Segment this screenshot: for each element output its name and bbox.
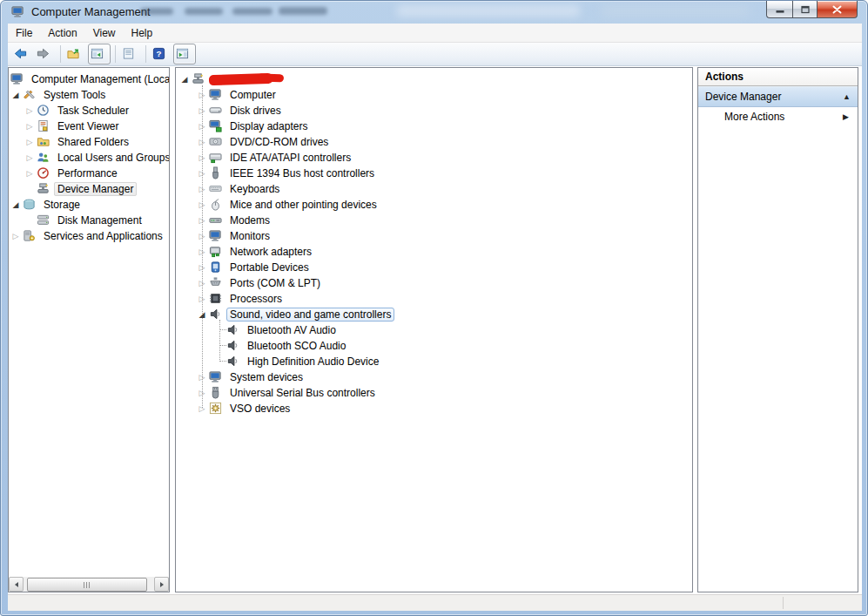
device-tree-item[interactable]: ▷Portable Devices <box>176 259 692 274</box>
console-tree-item[interactable]: ▷Local Users and Groups <box>9 149 169 165</box>
device-tree-item-label: Mice and other pointing devices <box>226 198 380 212</box>
collapse-arrow-icon[interactable]: ◢ <box>197 307 207 322</box>
device-tree-item-label: Universal Serial Bus controllers <box>226 386 379 400</box>
console-tree-item[interactable]: Device Manager <box>9 180 169 196</box>
back-button[interactable] <box>12 44 33 64</box>
menu-view[interactable]: View <box>85 25 124 41</box>
device-tree-item[interactable]: ▷Ports (COM & LPT) <box>176 274 692 290</box>
expand-arrow-icon[interactable]: ▷ <box>197 87 207 103</box>
toggle-console-tree-button[interactable] <box>88 44 111 64</box>
minimize-button[interactable] <box>766 1 792 18</box>
expand-arrow-icon[interactable]: ▷ <box>197 166 207 181</box>
expand-arrow-icon[interactable]: ▷ <box>24 134 35 150</box>
forward-button[interactable] <box>35 44 56 64</box>
expand-arrow-icon[interactable]: ▷ <box>24 103 35 118</box>
expand-arrow-icon[interactable]: ▷ <box>197 181 207 197</box>
help-button[interactable]: ? <box>151 44 172 64</box>
users-icon <box>37 151 50 165</box>
console-tree-item[interactable]: Disk Management <box>9 212 169 227</box>
menu-help[interactable]: Help <box>124 25 161 41</box>
console-tree-item[interactable]: ▷Task Scheduler <box>9 102 169 118</box>
scrollbar-thumb[interactable] <box>27 578 147 592</box>
up-folder-button[interactable] <box>65 44 86 64</box>
device-tree-item[interactable]: ▷Modems <box>176 212 692 227</box>
device-tree-item[interactable]: ◢Sound, video and game controllers <box>176 306 692 322</box>
expand-arrow-icon[interactable]: ▷ <box>197 260 207 275</box>
console-tree-item[interactable]: ▷Shared Folders <box>9 133 169 149</box>
title-bar[interactable]: Computer Management <box>1 1 867 24</box>
device-tree-item[interactable]: ▷Processors <box>176 290 692 306</box>
expand-arrow-icon[interactable]: ▷ <box>197 244 207 260</box>
console-tree-item[interactable]: Computer Management (Local) <box>9 71 169 86</box>
device-tree-item[interactable]: ▷IEEE 1394 Bus host controllers <box>176 165 692 180</box>
expand-arrow-icon[interactable]: ▷ <box>197 197 207 213</box>
device-tree-item[interactable]: ▷Display adapters <box>176 118 692 133</box>
blurred-text-redaction <box>185 8 223 15</box>
device-tree-item[interactable]: ▷Mice and other pointing devices <box>176 196 692 212</box>
device-tree-item[interactable]: ▷IDE ATA/ATAPI controllers <box>176 149 692 165</box>
device-tree-item[interactable]: ▷Disk drives <box>176 102 692 118</box>
console-tree-item-label: Storage <box>40 198 84 212</box>
help-icon: ? <box>152 47 166 61</box>
actions-section-device-manager[interactable]: Device Manager ▲ <box>698 86 858 107</box>
expand-arrow-icon[interactable]: ▷ <box>197 401 207 416</box>
console-tree-item[interactable]: ▷Event Viewer <box>9 118 169 133</box>
device-tree-item[interactable]: ▷Computer <box>176 86 692 102</box>
menu-file[interactable]: File <box>8 25 40 41</box>
device-tree-item[interactable]: ▷Keyboards <box>176 180 692 196</box>
properties-button[interactable] <box>120 44 141 64</box>
expand-arrow-icon[interactable]: ▷ <box>197 103 207 118</box>
menu-action[interactable]: Action <box>40 25 84 41</box>
device-tree-item[interactable]: Bluetooth AV Audio <box>176 322 692 337</box>
collapse-section-icon[interactable]: ▲ <box>843 87 851 106</box>
console-tree-item[interactable]: ▷Services and Applications <box>9 227 169 243</box>
device-tree-item[interactable]: ▷VSO devices <box>176 400 692 416</box>
scroll-right-button[interactable] <box>154 577 169 592</box>
device-tree-item[interactable]: High Definition Audio Device <box>176 353 692 369</box>
expand-arrow-icon[interactable]: ▷ <box>24 150 35 166</box>
device-tree-item-label: Bluetooth AV Audio <box>244 323 340 337</box>
device-tree-item[interactable]: ▷DVD/CD-ROM drives <box>176 133 692 149</box>
toggle-action-pane-button[interactable] <box>173 44 196 64</box>
console-tree-item[interactable]: ▷Performance <box>9 165 169 180</box>
redacted-computer-name <box>209 73 273 86</box>
collapse-arrow-icon[interactable]: ◢ <box>179 71 190 87</box>
shared-folders-icon <box>37 135 50 149</box>
horizontal-scrollbar[interactable] <box>9 577 169 592</box>
expand-arrow-icon[interactable]: ▷ <box>24 118 35 134</box>
expand-arrow-icon[interactable]: ▷ <box>197 134 207 150</box>
expand-arrow-icon[interactable]: ▷ <box>197 150 207 166</box>
device-tree-item[interactable]: Bluetooth SCO Audio <box>176 337 692 353</box>
expand-arrow-icon[interactable]: ▷ <box>24 166 35 181</box>
device-tree-item[interactable]: ▷System devices <box>176 369 692 384</box>
console-tree-item-label: Local Users and Groups <box>54 151 170 165</box>
maximize-button[interactable] <box>792 1 817 18</box>
scroll-left-button[interactable] <box>9 577 24 592</box>
console-tree-item[interactable]: ◢Storage <box>9 196 169 212</box>
collapse-arrow-icon[interactable]: ◢ <box>10 87 21 103</box>
close-button[interactable] <box>817 1 858 18</box>
device-tree-item[interactable]: ◢ <box>176 71 692 86</box>
device-tree-item[interactable]: ▷Network adapters <box>176 243 692 259</box>
speaker-icon <box>226 323 240 337</box>
collapse-arrow-icon[interactable]: ◢ <box>10 197 21 213</box>
blurred-text-redaction <box>140 8 173 15</box>
device-tree-item[interactable]: ▷Universal Serial Bus controllers <box>176 384 692 400</box>
scrollbar-track[interactable] <box>24 577 154 592</box>
expand-arrow-icon[interactable]: ▷ <box>197 118 207 134</box>
expand-arrow-icon[interactable]: ▷ <box>197 213 207 228</box>
monitor-icon <box>209 370 223 384</box>
expand-arrow-icon[interactable]: ▷ <box>197 369 207 385</box>
console-tree-item[interactable]: ◢System Tools <box>9 86 169 102</box>
expand-arrow-icon[interactable]: ▷ <box>197 291 207 307</box>
expand-arrow-icon[interactable]: ▷ <box>10 228 21 244</box>
expand-arrow-icon[interactable]: ▷ <box>197 275 207 291</box>
expand-arrow-icon[interactable]: ▷ <box>197 385 207 401</box>
blurred-text-redaction <box>602 5 750 17</box>
speaker-icon <box>226 339 240 353</box>
expand-arrow-icon[interactable]: ▷ <box>197 228 207 244</box>
client-area: Computer Management (Local)◢System Tools… <box>8 66 862 594</box>
more-actions-item[interactable]: More Actions ▶ <box>698 107 858 126</box>
device-tree-item[interactable]: ▷Monitors <box>176 227 692 243</box>
gear-icon <box>209 402 223 416</box>
